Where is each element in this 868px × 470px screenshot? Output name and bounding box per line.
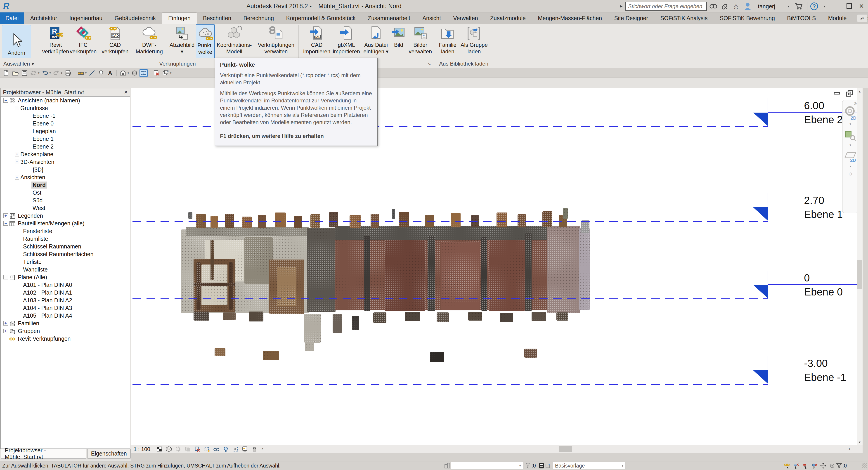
- section-icon[interactable]: [130, 69, 138, 77]
- vertical-scroll-thumb[interactable]: [857, 260, 862, 289]
- favorites-star-icon[interactable]: ☆: [732, 2, 740, 10]
- tree-item-s-d[interactable]: Süd: [1, 196, 130, 204]
- detail-level-icon[interactable]: [156, 446, 163, 452]
- collapse-node-icon[interactable]: −: [3, 221, 8, 226]
- level-name[interactable]: Ebene -1: [804, 371, 846, 383]
- ribbon-button-dwf-markup[interactable]: DWF- Markierung: [133, 24, 165, 58]
- ribbon-button-load-family[interactable]: Familie laden: [436, 24, 459, 58]
- help-menu-caret-icon[interactable]: ▾: [820, 2, 829, 10]
- ribbon-button-decal[interactable]: Abziehbild ▾: [167, 24, 197, 58]
- view-restore-icon[interactable]: [846, 90, 853, 97]
- tab-verwalten[interactable]: Verwalten: [447, 12, 484, 24]
- level-elevation[interactable]: 2.70: [804, 194, 824, 207]
- sync-icon[interactable]: [29, 69, 37, 77]
- tree-item--3d-[interactable]: {3D}: [1, 166, 130, 174]
- tab-module[interactable]: Module: [822, 12, 852, 24]
- resize-grip[interactable]: [862, 463, 867, 468]
- tab-beschriften[interactable]: Beschriften: [197, 12, 238, 24]
- navbar-collapse-icon[interactable]: ⊖: [848, 171, 852, 177]
- level-elevation[interactable]: -3.00: [804, 357, 828, 369]
- tree-item-a105-plan-din-a4[interactable]: A105 - Plan DIN A4: [1, 312, 130, 319]
- tree-item-schl-ssel-raumoberfl-chen[interactable]: Schlüssel Raumoberflächen: [1, 250, 130, 258]
- tab-mengen-massen-fl-chen[interactable]: Mengen-Massen-Flächen: [532, 12, 608, 24]
- tab-k-rpermodell-grundst-ck[interactable]: Körpermodell & Grundstück: [280, 12, 362, 24]
- tree-item-deckenpl-ne[interactable]: +Deckenpläne: [1, 150, 130, 158]
- tree-item-3d-ansichten[interactable]: −3D-Ansichten: [1, 158, 130, 166]
- tree-item-t-rliste[interactable]: Türliste: [1, 258, 130, 265]
- tree-item-bauteillisten-mengen-alle-[interactable]: −Bauteillisten/Mengen (alle): [1, 220, 130, 227]
- undo-dropdown-icon[interactable]: ▾: [50, 71, 51, 74]
- ribbon-button-coordination-model[interactable]: Koordinations- Modell: [215, 24, 254, 58]
- shadows-icon[interactable]: [184, 446, 191, 452]
- tree-item-schl-ssel-raumnamen[interactable]: Schlüssel Raumnamen: [1, 243, 130, 250]
- user-menu-caret-icon[interactable]: ▾: [784, 2, 793, 10]
- redo-icon[interactable]: [52, 69, 60, 77]
- modify-button[interactable]: Ändern: [2, 25, 31, 58]
- switch-windows-icon[interactable]: [161, 69, 169, 77]
- zoom-menu-caret-icon[interactable]: ▾: [849, 143, 851, 147]
- collapse-node-icon[interactable]: −: [15, 160, 19, 164]
- tree-item-ebene-0[interactable]: Ebene 0: [1, 120, 130, 127]
- tab-bimtools[interactable]: BiMTOOLS: [781, 12, 822, 24]
- vcb-collapse-icon[interactable]: ‹: [260, 446, 263, 452]
- redo-dropdown-icon[interactable]: ▾: [61, 71, 62, 74]
- worksets-dropdown[interactable]: ▾: [451, 462, 523, 469]
- worksharing-display-icon[interactable]: [241, 446, 248, 452]
- temporary-view-properties-icon[interactable]: [231, 446, 239, 452]
- new-file-icon[interactable]: [2, 69, 10, 77]
- tab-architektur[interactable]: Architektur: [24, 12, 63, 24]
- ribbon-button-point-cloud[interactable]: Punkt- wolke: [196, 24, 215, 58]
- level-elevation[interactable]: 0: [804, 272, 810, 284]
- expand-node-icon[interactable]: +: [15, 152, 19, 156]
- tree-item-a102-plan-din-a1[interactable]: A102 - Plan DIN A1: [1, 289, 130, 296]
- tab-zusammenarbeit[interactable]: Zusammenarbeit: [362, 12, 416, 24]
- sync-dropdown-icon[interactable]: ▾: [38, 71, 39, 74]
- ribbon-button-ifc-link[interactable]: IFC verknüpfen: [70, 24, 96, 58]
- collapse-node-icon[interactable]: −: [3, 275, 8, 279]
- tree-item-fensterliste[interactable]: Fensterliste: [1, 227, 130, 235]
- tab-einf-gen[interactable]: Einfügen: [162, 12, 197, 24]
- level-elevation[interactable]: 6.00: [804, 99, 824, 112]
- close-panel-icon[interactable]: ×: [124, 89, 128, 96]
- tree-item-revit-verkn-pfungen[interactable]: Revit-Verknüpfungen: [1, 335, 130, 343]
- level-head-icon[interactable]: [753, 285, 768, 299]
- search-input[interactable]: [625, 2, 707, 11]
- tab-ansicht[interactable]: Ansicht: [416, 12, 447, 24]
- tab-sofistik-bewehrung[interactable]: SOFiSTiK Bewehrung: [714, 12, 781, 24]
- tree-item-wandliste[interactable]: Wandliste: [1, 265, 130, 273]
- tree-item-ansichten[interactable]: −Ansichten: [1, 174, 130, 181]
- tab-geb-udetechnik[interactable]: Gebäudetechnik: [108, 12, 162, 24]
- communication-center-icon[interactable]: [720, 2, 729, 10]
- ribbon-button-insert-from-file[interactable]: Aus Datei einfügen ▾: [362, 24, 390, 58]
- aligned-dimension-icon[interactable]: [88, 69, 96, 77]
- tree-item-ebene-2[interactable]: Ebene 2: [1, 143, 130, 150]
- crop-region-icon[interactable]: [203, 446, 210, 452]
- level-name[interactable]: Ebene 1: [804, 208, 843, 220]
- tree-item-ebene-1[interactable]: Ebene -1: [1, 112, 130, 120]
- tree-item-a104-plan-din-a3[interactable]: A104 - Plan DIN A3: [1, 304, 130, 312]
- sun-path-icon[interactable]: [175, 446, 182, 452]
- tree-item-legenden[interactable]: +Legenden: [1, 212, 130, 220]
- editable-only-icon[interactable]: [525, 462, 532, 469]
- measure-dropdown-icon[interactable]: ▾: [85, 71, 87, 74]
- visual-style-icon[interactable]: [165, 446, 172, 452]
- tab-datei[interactable]: Datei: [0, 12, 24, 24]
- select-pinned-icon[interactable]: [802, 462, 809, 469]
- expand-node-icon[interactable]: +: [3, 321, 8, 325]
- select-links-icon[interactable]: [784, 462, 790, 469]
- close-button[interactable]: ×: [857, 2, 866, 10]
- crop-view-icon[interactable]: [193, 446, 201, 452]
- default-3d-view-dropdown-icon[interactable]: ▾: [127, 71, 129, 74]
- tree-item-nord[interactable]: Nord: [1, 181, 130, 189]
- maximize-button[interactable]: [844, 2, 854, 10]
- tree-item-west[interactable]: West: [1, 204, 130, 212]
- level-name[interactable]: Ebene 2: [804, 114, 843, 126]
- level-name[interactable]: Ebene 0: [804, 286, 843, 298]
- import-panel-launcher-icon[interactable]: ↘: [427, 61, 431, 67]
- tab-zusatzmodule[interactable]: Zusatzmodule: [484, 12, 532, 24]
- thin-lines-icon[interactable]: [140, 69, 148, 77]
- exclude-options-icon[interactable]: [545, 462, 552, 469]
- press-drag-icon[interactable]: [829, 462, 836, 469]
- signed-in-user[interactable]: tangerj: [758, 3, 775, 10]
- scroll-down-icon[interactable]: ▼: [857, 439, 863, 445]
